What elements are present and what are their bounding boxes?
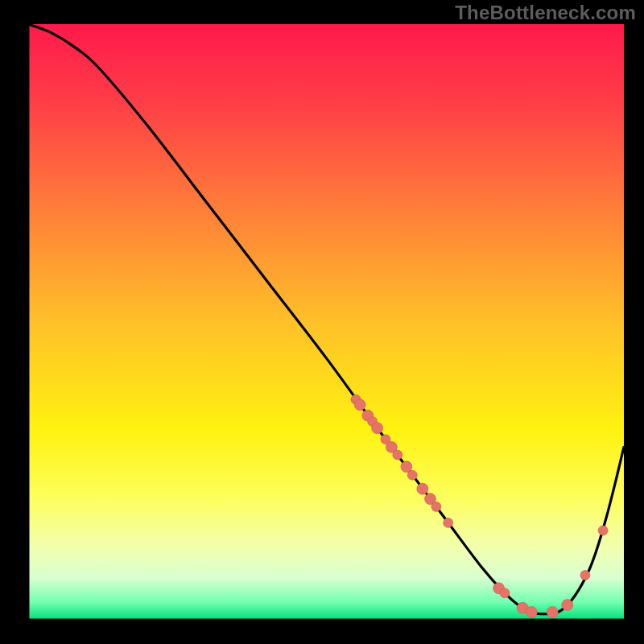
data-point bbox=[407, 470, 417, 480]
data-point bbox=[417, 483, 428, 494]
data-point bbox=[562, 600, 573, 611]
data-point bbox=[500, 588, 510, 598]
bottleneck-curve-chart bbox=[0, 0, 644, 644]
data-point bbox=[547, 606, 558, 617]
data-point bbox=[354, 399, 365, 411]
data-point bbox=[444, 518, 453, 527]
plot-area bbox=[28, 24, 624, 620]
data-point bbox=[393, 450, 402, 460]
data-point bbox=[431, 502, 441, 511]
data-point bbox=[372, 423, 383, 434]
data-point bbox=[580, 571, 590, 580]
data-point bbox=[526, 606, 537, 617]
gradient-background bbox=[28, 24, 624, 620]
watermark-text: TheBottleneck.com bbox=[455, 2, 636, 24]
data-point bbox=[598, 526, 608, 535]
chart-frame: TheBottleneck.com bbox=[0, 0, 644, 644]
